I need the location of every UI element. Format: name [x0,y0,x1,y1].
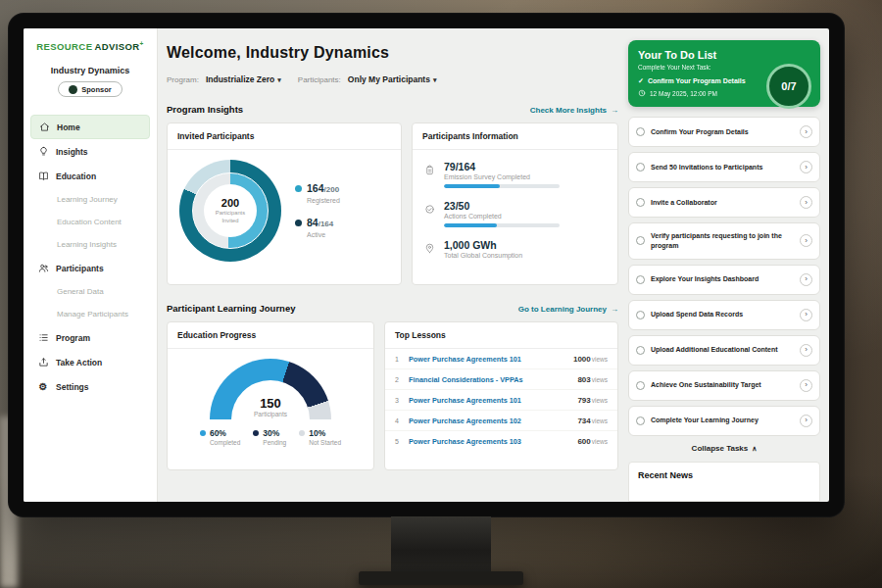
sponsor-badge[interactable]: Sponsor [58,81,122,97]
lesson-row[interactable]: 2 Financial Considerations - VPPAs 803vi… [385,369,617,390]
recent-news-title: Recent News [638,470,810,480]
chevron-right-icon[interactable]: › [800,234,812,247]
legend-item-not-started: 10% Not Started [299,428,341,446]
list-icon [37,332,49,343]
lesson-row[interactable]: 1 Power Purchase Agreements 101 1000view… [385,349,617,369]
legend-label: Active [307,231,333,238]
todo-task-row[interactable]: Upload Spend Data Records › [628,300,820,330]
page-title: Welcome, Industry Dynamics [167,44,618,62]
lesson-row[interactable]: 5 Power Purchase Agreements 103 600views [385,431,617,451]
lesson-link[interactable]: Financial Considerations - VPPAs [409,375,577,384]
lesson-rank: 2 [395,376,409,383]
sidebar-item-label: Insights [56,147,88,157]
sidebar-item-learning-journey[interactable]: Learning Journey [30,188,150,211]
task-checkbox[interactable] [636,275,645,284]
todo-task-row[interactable]: Achieve One Sustainability Target › [628,370,820,401]
todo-task-row[interactable]: Explore Your Insights Dashboard › [628,265,820,295]
sidebar-item-learning-insights[interactable]: Learning Insights [30,233,150,256]
todo-column: Your To Do List Complete Your Next Task:… [628,28,820,502]
todo-task-row[interactable]: Send 50 Invitations to Participants › [628,152,820,182]
todo-task-row[interactable]: Confirm Your Program Details › [628,117,820,147]
content-area: Welcome, Industry Dynamics Program: Indu… [158,28,829,502]
donut-legend: 164/200 Registered 84/164 Active [295,183,340,238]
task-checkbox[interactable] [636,163,645,172]
task-checkbox[interactable] [636,346,645,355]
task-label: Explore Your Insights Dashboard [651,274,794,284]
legend-label: Registered [307,197,340,204]
progress-track [444,223,560,227]
task-label: Upload Spend Data Records [651,310,794,319]
progress-fill [444,223,497,227]
sidebar-item-label: Home [57,122,80,132]
program-insights-cards: Invited Participants 200 Participants In… [167,122,618,285]
collapse-label: Collapse Tasks [692,444,749,453]
lesson-rank: 1 [395,356,409,363]
lesson-link[interactable]: Power Purchase Agreements 101 [409,355,573,364]
monitor-stand [391,516,491,573]
task-checkbox[interactable] [636,198,645,207]
task-checkbox[interactable] [636,236,645,245]
task-label: Confirm Your Program Details [651,127,794,137]
todo-task-row[interactable]: Verify participants requesting to join t… [628,222,820,260]
lesson-link[interactable]: Power Purchase Agreements 102 [409,416,577,425]
chevron-right-icon[interactable]: › [800,344,812,357]
sidebar-item-insights[interactable]: Insights [30,139,150,164]
chevron-right-icon[interactable]: › [800,415,812,427]
invited-participants-card: Invited Participants 200 Participants In… [167,122,402,285]
legend-item-registered: 164/200 Registered [295,183,340,204]
sidebar-item-manage-participants[interactable]: Manage Participants [30,303,150,325]
gauge-center: 150 Participants [210,397,331,417]
todo-task-row[interactable]: Invite a Collaborator › [628,187,820,218]
sidebar-item-education-content[interactable]: Education Content [30,211,150,233]
program-filter-dropdown[interactable]: Industrialize Zero ▾ [206,74,281,84]
sidebar-item-settings[interactable]: ⚙ Settings [30,374,150,399]
todo-title: Your To Do List [638,49,810,61]
arrow-right-icon: → [611,106,618,115]
legend-dot [295,220,302,226]
legend-value: 164 [307,182,324,194]
gear-icon: ⚙ [37,382,49,392]
sidebar-item-label: Program [56,333,90,343]
lesson-rank: 4 [395,417,409,424]
learning-journey-header: Participant Learning Journey Go to Learn… [167,303,618,314]
sidebar-item-education[interactable]: Education [30,164,150,188]
lesson-link[interactable]: Power Purchase Agreements 103 [409,437,577,446]
chevron-right-icon[interactable]: › [800,273,812,286]
lesson-row[interactable]: 3 Power Purchase Agreements 101 793views [385,390,617,411]
chevron-right-icon[interactable]: › [800,161,812,173]
lesson-rank: 5 [395,438,409,445]
chevron-right-icon[interactable]: › [800,379,812,392]
lightbulb-icon [37,146,49,157]
sidebar-item-program[interactable]: Program [30,325,150,350]
todo-task-row[interactable]: Complete Your Learning Journey › [628,406,820,436]
chevron-right-icon[interactable]: › [800,196,812,209]
chevron-right-icon[interactable]: › [800,125,812,138]
todo-task-row[interactable]: Upload Additional Educational Content › [628,335,820,366]
todo-summary-card: Your To Do List Complete Your Next Task:… [628,40,820,107]
task-checkbox[interactable] [636,127,645,136]
sidebar: RESOURCEADVISOR+ Industry Dynamics Spons… [24,28,158,502]
brand-primary: RESOURCE [36,41,92,52]
task-checkbox[interactable] [636,311,645,319]
participants-filter-dropdown[interactable]: Only My Participants ▾ [348,74,437,84]
task-checkbox[interactable] [636,381,645,390]
sidebar-item-home[interactable]: Home [30,115,150,139]
chevron-down-icon: ▾ [277,76,281,83]
lesson-link[interactable]: Power Purchase Agreements 101 [409,396,577,405]
task-label: Send 50 Invitations to Participants [651,163,794,172]
sidebar-item-take-action[interactable]: Take Action [30,350,150,374]
org-name: Industry Dynamics [24,66,157,75]
sidebar-item-label: Learning Insights [57,240,117,249]
lesson-views: 600views [577,437,608,446]
task-checkbox[interactable] [636,416,645,425]
monitor-stand-base [359,571,523,585]
sidebar-item-general-data[interactable]: General Data [30,280,150,303]
collapse-tasks-link[interactable]: Collapse Tasks∧ [628,444,820,453]
go-to-learning-journey-link[interactable]: Go to Learning Journey → [518,305,618,314]
chevron-right-icon[interactable]: › [800,309,812,321]
stat-global-consumption: 1,000 GWh Total Global Consumption [424,239,606,259]
section-title: Program Insights [167,104,243,115]
lesson-row[interactable]: 4 Power Purchase Agreements 102 734views [385,411,617,431]
check-more-insights-link[interactable]: Check More Insights → [530,106,618,115]
sidebar-item-participants[interactable]: Participants [30,256,150,280]
